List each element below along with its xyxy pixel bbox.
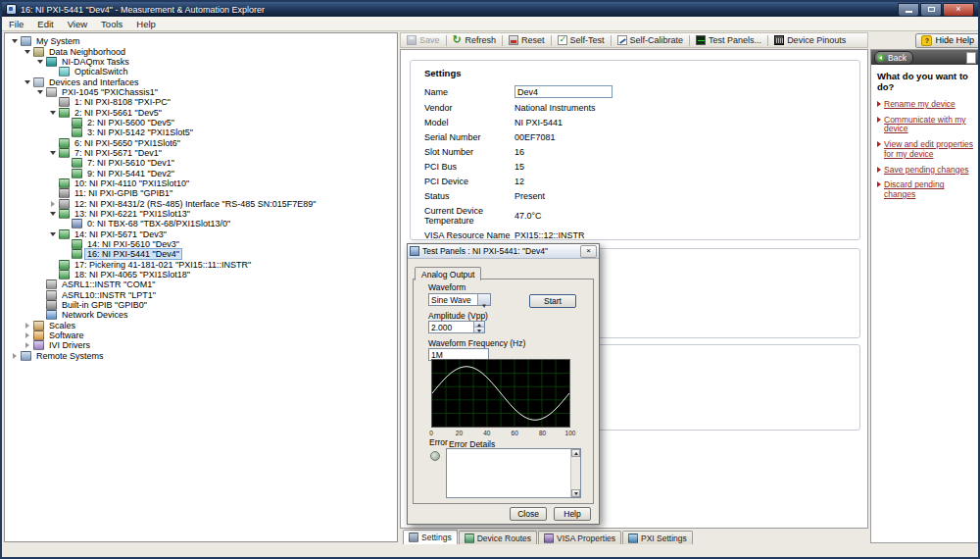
tree-item[interactable]: NI-DAQmx Tasks	[5, 57, 397, 67]
help-link[interactable]: Save pending changes	[877, 166, 975, 176]
tree-expander-icon[interactable]	[61, 219, 71, 229]
tree-item[interactable]: 17: Pickering 41-181-021 "PXI15::11::INS…	[5, 260, 397, 270]
tree-expander-icon[interactable]	[23, 321, 32, 330]
tree-item[interactable]: Built-in GPIB "GPIB0"	[5, 300, 397, 310]
tree-item[interactable]: 16: NI PXI-5441 "Dev4"	[5, 249, 397, 259]
tree-item[interactable]: 12: NI PXI-8431/2 (RS-485) Interface "RS…	[5, 199, 397, 209]
tree-expander-icon[interactable]	[23, 77, 32, 87]
tree-item[interactable]: 9: NI PXI-5441 "Dev2"	[5, 168, 397, 178]
minimize-button[interactable]	[898, 3, 919, 17]
tree-expander-icon[interactable]	[35, 87, 45, 97]
tree-item[interactable]: 14: NI PXI-5671 "Dev3"	[5, 229, 397, 239]
tab-analog-output[interactable]: Analog Output	[415, 267, 481, 280]
tree-item[interactable]: 13: NI PXI-6221 "PXI1Slot13"	[5, 209, 397, 219]
bottom-tab-device-routes[interactable]: Device Routes	[459, 531, 537, 544]
self-test-button[interactable]: Self-Test	[554, 34, 609, 46]
tree-expander-icon[interactable]	[48, 199, 58, 209]
reset-button[interactable]: Reset	[505, 34, 549, 46]
device-pinouts-button[interactable]: Device Pinouts	[770, 34, 850, 46]
page-icon[interactable]	[966, 52, 976, 64]
save-button[interactable]: Save	[403, 34, 444, 46]
scroll-down-icon[interactable]	[571, 489, 580, 497]
tree-expander-icon[interactable]	[35, 280, 45, 289]
start-button[interactable]: Start	[529, 294, 576, 308]
tree-expander-icon[interactable]	[48, 209, 58, 219]
tree-expander-icon[interactable]	[35, 290, 45, 300]
tree-item[interactable]: OpticalSwitch	[5, 67, 397, 76]
tree-expander-icon[interactable]	[48, 260, 58, 270]
tree-item[interactable]: PXI-1045 "PXIChassis1"	[5, 87, 397, 97]
tree-expander-icon[interactable]	[48, 270, 58, 280]
menu-item-help[interactable]: Help	[129, 17, 163, 30]
tree-expander-icon[interactable]	[48, 108, 58, 118]
help-link[interactable]: Discard pending changes	[877, 180, 975, 200]
tree-expander-icon[interactable]	[23, 47, 32, 57]
tree-expander-icon[interactable]	[61, 239, 71, 249]
tree-item[interactable]: My System	[5, 36, 397, 46]
back-button[interactable]: Back	[874, 51, 913, 65]
tree-expander-icon[interactable]	[61, 249, 71, 259]
tree-expander-icon[interactable]	[35, 57, 45, 67]
menu-item-file[interactable]: File	[2, 17, 30, 30]
device-name-input[interactable]	[514, 85, 612, 98]
stepper-down-icon[interactable]	[474, 327, 484, 332]
refresh-button[interactable]: Refresh	[449, 34, 501, 46]
bottom-tab-settings[interactable]: Settings	[403, 530, 458, 544]
tree-item[interactable]: Scales	[5, 321, 397, 330]
tree-expander-icon[interactable]	[61, 118, 71, 127]
self-calibrate-button[interactable]: Self-Calibrate	[613, 34, 688, 46]
tree-item[interactable]: 3: NI PXI-5142 "PXI1Slot5"	[5, 127, 397, 137]
hide-help-button[interactable]: Hide Help	[915, 33, 980, 48]
tree-expander-icon[interactable]	[10, 36, 20, 46]
tree-item[interactable]: Network Devices	[5, 310, 397, 320]
dialog-close-button[interactable]: ×	[580, 245, 597, 258]
tree-item[interactable]: 2: NI PXI-5661 "Dev5"	[5, 107, 397, 117]
menu-item-tools[interactable]: Tools	[94, 17, 129, 30]
tree-expander-icon[interactable]	[48, 138, 58, 148]
tree-item[interactable]: 6: NI PXI-5650 "PXI1Slot6"	[5, 137, 397, 147]
tree-expander-icon[interactable]	[48, 148, 58, 158]
tree-expander-icon[interactable]	[48, 97, 58, 107]
tree-item[interactable]: Data Neighborhood	[5, 46, 397, 56]
tree-item[interactable]: IVI Drivers	[5, 340, 397, 350]
test-panels-button[interactable]: Test Panels...	[692, 34, 765, 46]
tree-item[interactable]: 14: NI PXI-5610 "Dev3"	[5, 239, 397, 249]
bottom-tab-pxi-settings[interactable]: PXI Settings	[622, 531, 693, 544]
tree-item[interactable]: 11: NI PXI-GPIB "GPIB1"	[5, 188, 397, 198]
textarea-scrollbar[interactable]	[570, 449, 580, 497]
tree-item[interactable]: 18: NI PXI-4065 "PXI1Slot18"	[5, 270, 397, 280]
tree-expander-icon[interactable]	[23, 330, 32, 340]
tree-expander-icon[interactable]	[61, 158, 71, 168]
tree-item[interactable]: ASRL1::INSTR "COM1"	[5, 280, 397, 289]
error-details-textarea[interactable]	[446, 448, 581, 498]
help-link[interactable]: Communicate with my device	[877, 116, 975, 135]
tree-expander-icon[interactable]	[48, 67, 58, 76]
tree-expander-icon[interactable]	[35, 310, 45, 320]
maximize-button[interactable]	[920, 3, 942, 17]
help-link[interactable]: View and edit properties for my device	[877, 140, 975, 160]
menu-item-edit[interactable]: Edit	[30, 17, 60, 30]
tree-item[interactable]: Remote Systems	[5, 351, 397, 361]
dropdown-arrow-icon[interactable]	[477, 294, 490, 305]
tree-item[interactable]: ASRL10::INSTR "LPT1"	[5, 290, 397, 300]
tree-expander-icon[interactable]	[48, 229, 58, 239]
tree-item[interactable]: Devices and Interfaces	[5, 76, 397, 86]
dialog-close-action-button[interactable]: Close	[510, 507, 547, 521]
tree-expander-icon[interactable]	[48, 188, 58, 198]
waveform-dropdown[interactable]: Sine Wave	[428, 293, 491, 306]
tree-item[interactable]: 7: NI PXI-5671 "Dev1"	[5, 148, 397, 158]
dialog-help-button[interactable]: Help	[554, 507, 591, 521]
tree-expander-icon[interactable]	[23, 340, 32, 350]
tree-expander-icon[interactable]	[35, 300, 45, 310]
tree-expander-icon[interactable]	[48, 178, 58, 188]
tree-item[interactable]: 0: NI TBX-68 "TBX-68/PXI1Slot13/0"	[5, 219, 397, 229]
help-link[interactable]: Rename my device	[877, 100, 975, 110]
tree-item[interactable]: 1: NI PXI-8108 "PXI-PC"	[5, 97, 397, 107]
bottom-tab-visa-properties[interactable]: VISA Properties	[538, 531, 621, 544]
device-tree[interactable]: My System Data Neighborhood NI-DAQmx Tas…	[4, 32, 398, 542]
tree-expander-icon[interactable]	[61, 169, 71, 178]
amplitude-input[interactable]: 2.000	[429, 322, 473, 332]
scroll-up-icon[interactable]	[571, 449, 580, 457]
tree-expander-icon[interactable]	[61, 127, 71, 137]
tree-item[interactable]: 2: NI PXI-5600 "Dev5"	[5, 118, 397, 127]
